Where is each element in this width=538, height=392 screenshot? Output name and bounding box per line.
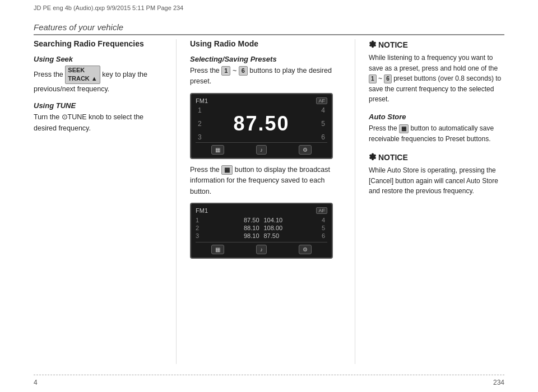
col-radio-mode: Using Radio Mode Selecting/Saving Preset…: [190, 39, 341, 364]
preset-range-btn: 1: [221, 66, 230, 76]
display2-row2: 2 88.10: [196, 224, 259, 232]
footer: 4 234: [34, 375, 504, 386]
notice2-title-text: NOTICE: [378, 153, 408, 162]
file-info: JD PE eng 4b (Audio).qxp 9/9/2015 5:11 P…: [34, 4, 183, 11]
display1-preset5: 5: [321, 120, 325, 128]
page-title: Features of your vehicle: [34, 22, 123, 32]
display2-icon1: ▦: [211, 245, 224, 254]
radio-mode-title: Using Radio Mode: [190, 39, 341, 48]
display1-bottom: ▦ ♪ ⚙: [196, 142, 327, 155]
auto-store-text1: Press the: [369, 124, 397, 132]
auto-store-subtitle: Auto Store: [369, 113, 504, 121]
display1-band: FM1: [196, 97, 208, 104]
tune-text: Turn the ⊙TUNE knob to select the desire…: [34, 112, 163, 134]
col-notices: ✽ NOTICE While listening to a frequency …: [369, 39, 504, 364]
footer-right: 234: [493, 379, 504, 386]
d2-num2: 2: [196, 225, 199, 231]
seek-text: Press the SEEKTRACK ▲ key to play the pr…: [34, 66, 163, 95]
display2-icon3: ⚙: [299, 245, 312, 254]
presets-text: Press the 1 ~ 6 buttons to play the desi…: [190, 66, 341, 87]
tune-subtitle: Using TUNE: [34, 101, 163, 110]
display1-preset2: 2: [198, 120, 202, 128]
footer-left: 4: [34, 379, 38, 386]
display1-preset4: 4: [321, 106, 325, 114]
notice1-text1: While listening to a frequency you want …: [369, 54, 498, 72]
d2-num4: 4: [322, 217, 325, 223]
display1-preset6: 6: [321, 133, 325, 141]
d2-num5: 5: [322, 225, 325, 231]
notice-1: ✽ NOTICE While listening to a frequency …: [369, 39, 504, 105]
notice2-star: ✽: [369, 152, 376, 162]
d2-freq4: 104.10: [264, 217, 283, 223]
col-divider-1: [176, 39, 177, 364]
d2-freq2: 88.10: [244, 225, 259, 231]
auto-store-section: Auto Store Press the ▦ button to automat…: [369, 113, 504, 144]
display2-row6: 87.50 6: [264, 232, 328, 240]
notice1-btn-start: 1: [369, 74, 377, 83]
display1-icon2: ♪: [256, 145, 267, 155]
auto-store-btn: ▦: [399, 124, 409, 133]
display1-af: AF: [316, 97, 327, 104]
d2-num1: 1: [196, 217, 199, 223]
presets-subtitle: Selecting/Saving Presets: [190, 55, 341, 63]
notice1-btn-end: 6: [384, 74, 392, 83]
display2-bottom: ▦ ♪ ⚙: [196, 242, 327, 254]
notice1-tilde: ~: [378, 74, 384, 82]
display1-preset1: 1: [198, 106, 202, 114]
display1-icon3: ⚙: [299, 145, 312, 155]
d2-freq1: 87.50: [244, 217, 259, 223]
display2-row5: 108.00 5: [264, 224, 328, 232]
display2-presets-left: 1 87.50 2 88.10 3 98.10: [196, 216, 259, 240]
display1-topbar: FM1 AF: [196, 97, 327, 104]
notice1-title-text: NOTICE: [378, 40, 408, 49]
radio-display-1: FM1 AF 1 2 3 87.50 4 5 6 ▦ ♪ ⚙: [190, 93, 333, 159]
seek-track-btn: SEEKTRACK ▲: [65, 66, 100, 84]
d2-num6: 6: [322, 232, 325, 239]
notice1-star: ✽: [369, 40, 376, 49]
broadcast-btn: ▦: [221, 165, 233, 175]
display2-band: FM1: [196, 207, 208, 214]
seek-subtitle: Using Seek: [34, 55, 163, 63]
col-searching: Searching Radio Frequencies Using Seek P…: [34, 39, 163, 364]
notice1-body: While listening to a frequency you want …: [369, 53, 504, 105]
seek-text-1: Press the: [34, 71, 63, 78]
searching-title: Searching Radio Frequencies: [34, 39, 163, 48]
d2-freq5: 108.00: [264, 225, 283, 231]
presets-text-1: Press the: [190, 67, 220, 74]
display2-row1: 1 87.50: [196, 216, 259, 224]
display2-presets: 1 87.50 2 88.10 3 98.10 104.10 4: [196, 216, 327, 240]
notice-2: ✽ NOTICE While Auto Store is operating, …: [369, 152, 504, 197]
auto-store-body: Press the ▦ button to automatically save…: [369, 123, 504, 144]
tilde: ~: [233, 67, 239, 74]
display2-presets-right: 104.10 4 108.00 5 87.50 6: [264, 216, 328, 240]
col-divider-2: [355, 39, 355, 364]
d2-num3: 3: [196, 232, 199, 239]
display2-row4: 104.10 4: [264, 216, 328, 224]
display2-icon2: ♪: [256, 245, 267, 254]
header-bar: Features of your vehicle: [34, 22, 504, 35]
display1-icon1: ▦: [211, 145, 224, 155]
broadcast-text: Press the ▦ button to display the broadc…: [190, 165, 341, 197]
preset-range-end-btn: 6: [239, 66, 248, 76]
notice2-title: ✽ NOTICE: [369, 152, 504, 162]
display1-freq: 87.50: [233, 108, 289, 140]
display2-topbar: FM1 AF: [196, 207, 327, 214]
d2-freq3: 98.10: [244, 232, 259, 239]
radio-display-2: FM1 AF 1 87.50 2 88.10 3 98.10: [190, 203, 333, 259]
broadcast-text-1: Press the: [190, 166, 220, 174]
notice2-body: While Auto Store is operating, pressing …: [369, 165, 504, 197]
d2-freq6: 87.50: [264, 232, 280, 239]
main-content: Searching Radio Frequencies Using Seek P…: [34, 39, 504, 364]
display2-row3: 3 98.10: [196, 232, 259, 240]
notice1-title: ✽ NOTICE: [369, 39, 504, 50]
top-metadata: JD PE eng 4b (Audio).qxp 9/9/2015 5:11 P…: [34, 4, 504, 11]
display1-preset3: 3: [198, 133, 202, 141]
display2-af: AF: [316, 207, 327, 214]
